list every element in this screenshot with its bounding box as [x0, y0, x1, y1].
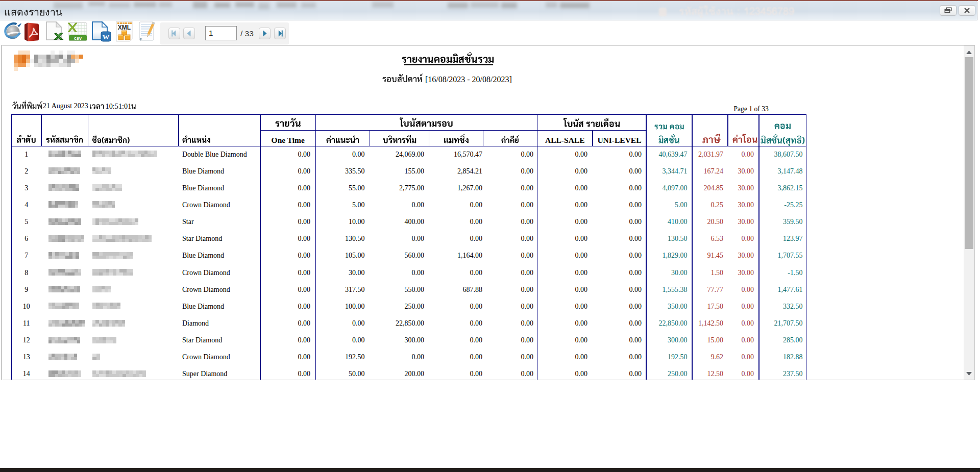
svg-text:XML: XML [118, 24, 131, 31]
svg-text:W: W [103, 33, 110, 41]
svg-text:csv: csv [74, 36, 82, 41]
